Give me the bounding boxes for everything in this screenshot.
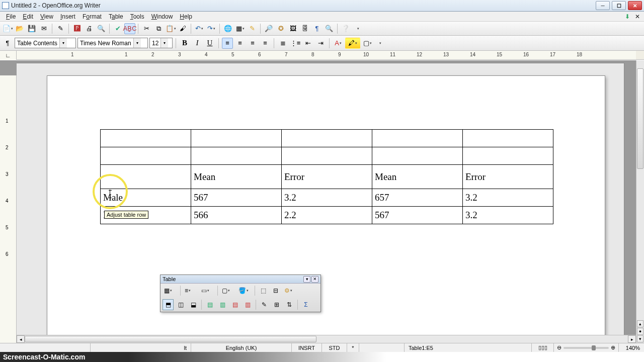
data-sources-icon[interactable]: 🗄 (299, 23, 310, 34)
bold-button[interactable]: B (179, 38, 190, 49)
underline-button[interactable]: U (204, 38, 215, 49)
email-icon[interactable]: ✉ (38, 23, 49, 34)
undo-icon[interactable]: ↶▾ (194, 23, 205, 34)
autoformat-icon[interactable]: ✎ (259, 299, 270, 310)
decrease-indent-button[interactable]: ⇤ (302, 38, 313, 49)
menu-edit[interactable]: Edit (20, 12, 36, 21)
print-preview-icon[interactable]: 🔍 (96, 23, 107, 34)
borders-icon[interactable]: ▢▾ (220, 285, 235, 296)
align-top-icon[interactable]: ⬒ (163, 299, 174, 310)
zoom-slider[interactable]: ⊖ ⊕ (554, 343, 619, 352)
vertical-scrollbar[interactable]: ▴ ● ▾ (636, 60, 644, 343)
status-style[interactable]: lt (91, 343, 191, 352)
numbered-list-button[interactable]: ≣ (277, 38, 288, 49)
align-bottom-icon[interactable]: ⬓ (188, 299, 199, 310)
highlight-button[interactable]: 🖍▾ (345, 38, 360, 49)
align-justify-button[interactable]: ≡ (260, 38, 271, 49)
font-name-combo[interactable]: Times New Roman ▾ (77, 38, 148, 48)
menu-window[interactable]: Window (148, 12, 176, 21)
export-pdf-icon[interactable]: 🅿 (71, 23, 83, 34)
increase-indent-button[interactable]: ⇥ (315, 38, 326, 49)
prev-page-button[interactable]: ▴ (637, 320, 643, 327)
find-icon[interactable]: 🔎 (263, 23, 274, 34)
format-paintbrush-icon[interactable]: 🖌 (177, 23, 188, 34)
menu-tools[interactable]: Tools (127, 12, 147, 21)
status-selection-mode[interactable]: STD (322, 343, 347, 352)
hscroll-right[interactable]: ▸ (628, 335, 636, 343)
spellcheck-icon[interactable]: ✔ (112, 23, 123, 34)
table-grid-icon[interactable]: ▦▾ (163, 285, 178, 296)
toolbar2-options-icon[interactable]: ▾ (374, 38, 385, 49)
ruler-tab-mode[interactable]: ∟ (0, 51, 17, 60)
gallery-icon[interactable]: 🖼 (287, 23, 298, 34)
show-draw-icon[interactable]: ✎ (247, 23, 258, 34)
menu-help[interactable]: Help (177, 12, 195, 21)
floating-table-toolbar[interactable]: Table ▾ ✕ ▦▾ ≡▾ ▭▾ ▢▾ 🪣▾ ⬚ ⊟ ⚙▾ (160, 275, 321, 312)
print-icon[interactable]: 🖨 (84, 23, 95, 34)
border-color-icon[interactable]: ▭▾ (200, 285, 215, 296)
delete-col-icon[interactable]: ▥ (242, 299, 253, 310)
hyperlink-icon[interactable]: 🌐 (222, 23, 233, 34)
hscroll-thumb[interactable] (25, 336, 316, 342)
cut-icon[interactable]: ✂ (141, 23, 152, 34)
bg-fill-icon[interactable]: 🪣▾ (237, 285, 252, 296)
float-toolbar-titlebar[interactable]: Table ▾ ✕ (160, 275, 320, 284)
status-page[interactable] (0, 343, 91, 352)
horizontal-ruler[interactable]: 1 1 2 3 4 5 6 7 8 9 10 11 12 13 14 15 16… (17, 51, 636, 59)
align-right-button[interactable]: ≡ (247, 38, 258, 49)
open-icon[interactable]: 📂 (14, 23, 25, 34)
float-toolbar-menu-button[interactable]: ▾ (303, 276, 310, 283)
menu-file[interactable]: File (3, 12, 19, 21)
new-doc-icon[interactable]: 📄▾ (2, 23, 13, 34)
bg-color-button[interactable]: ▢▾ (362, 38, 373, 49)
insert-col-icon[interactable]: ▥ (217, 299, 228, 310)
close-button[interactable]: ✕ (628, 1, 642, 10)
save-icon[interactable]: 💾 (26, 23, 37, 34)
document-page[interactable]: Mean Error Mean Error Male 567 3.2 657 3… (47, 75, 605, 343)
minimize-button[interactable]: ─ (596, 1, 610, 10)
delete-row-icon[interactable]: ▤ (229, 299, 240, 310)
menu-view[interactable]: View (37, 12, 56, 21)
zoom-icon[interactable]: 🔍 (324, 23, 335, 34)
line-style-icon[interactable]: ≡▾ (183, 285, 198, 296)
sum-icon[interactable]: Σ (300, 299, 311, 310)
navigator-icon[interactable]: ✪ (275, 23, 286, 34)
font-size-combo[interactable]: 12 ▾ (149, 38, 173, 48)
table-properties-icon[interactable]: ⊞ (271, 299, 282, 310)
menu-format[interactable]: Format (79, 12, 105, 21)
nonprinting-chars-icon[interactable]: ¶ (311, 23, 323, 34)
menu-table[interactable]: Table (106, 12, 126, 21)
status-cell-ref[interactable]: Table1:E5 (405, 343, 532, 352)
float-toolbar-close-button[interactable]: ✕ (311, 276, 318, 283)
status-zoom-value[interactable]: 140% (619, 343, 644, 352)
align-middle-icon[interactable]: ◫ (175, 299, 186, 310)
italic-button[interactable]: I (192, 38, 203, 49)
help-icon[interactable]: ❔ (340, 23, 351, 34)
font-color-button[interactable]: A▾ (333, 38, 344, 49)
toolbar-options-icon[interactable]: ▾ (352, 23, 363, 34)
status-insert-mode[interactable]: INSRT (292, 343, 322, 352)
table-insert-icon[interactable]: ▦▾ (234, 23, 246, 34)
align-center-button[interactable]: ≡ (234, 38, 246, 49)
edit-file-icon[interactable]: ✎ (55, 23, 66, 34)
bulleted-list-button[interactable]: ⋮≡ (290, 38, 301, 49)
navigation-button[interactable]: ● (637, 328, 643, 335)
status-view-layout[interactable]: ▯▯▯ (532, 343, 554, 352)
horizontal-scrollbar[interactable]: ◂ ▸ (17, 335, 636, 343)
merge-cells-icon[interactable]: ⬚ (258, 285, 269, 296)
align-left-button[interactable]: ≡ (222, 38, 233, 49)
optimize-icon[interactable]: ⚙▾ (283, 285, 298, 296)
redo-icon[interactable]: ↷▾ (206, 23, 217, 34)
styles-window-icon[interactable]: ¶ (2, 38, 13, 49)
document-viewport[interactable]: Mean Error Mean Error Male 567 3.2 657 3… (17, 60, 636, 343)
insert-row-icon[interactable]: ▤ (204, 299, 215, 310)
zoom-in-icon[interactable]: ⊕ (611, 344, 615, 351)
status-language[interactable]: English (UK) (191, 343, 292, 352)
hscroll-left[interactable]: ◂ (17, 335, 25, 343)
menu-insert[interactable]: Insert (57, 12, 78, 21)
maximize-button[interactable]: ☐ (612, 1, 626, 10)
sort-icon[interactable]: ⇅ (284, 299, 295, 310)
document-table[interactable]: Mean Error Mean Error Male 567 3.2 657 3… (100, 129, 553, 224)
vertical-ruler[interactable]: 1 2 3 4 5 6 (0, 75, 17, 343)
update-icon[interactable]: ⬇ (624, 13, 631, 20)
